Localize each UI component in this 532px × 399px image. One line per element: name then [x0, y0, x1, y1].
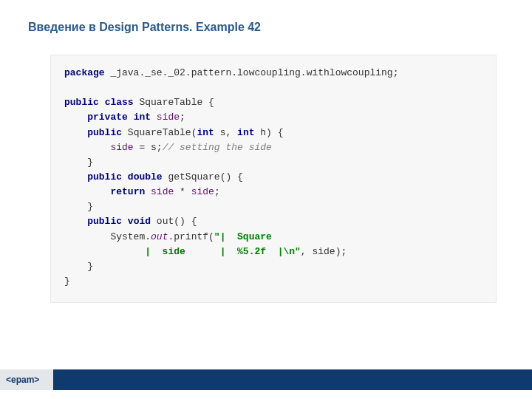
assign-rest: = s; [134, 142, 163, 153]
kw-package: package [64, 67, 105, 78]
kw-public3: public [87, 171, 122, 183]
package-path: _java._se._02.pattern.lowcoupling.withlo… [105, 67, 399, 78]
close-getsq: } [64, 201, 93, 212]
str-line2: | side | %5.2f |\n" [64, 246, 301, 257]
footer-bar: <epam> [0, 369, 532, 390]
semi1: ; [180, 112, 185, 123]
semi2: ; [214, 186, 220, 197]
kw-double: double [128, 171, 163, 183]
sys-prefix: System. [64, 231, 151, 242]
param-h: h) { [254, 127, 283, 138]
kw-public4: public [87, 216, 122, 227]
ctor-name: SquareTable( [122, 127, 197, 138]
param-s: s, [214, 127, 237, 138]
after-str: , side); [301, 246, 347, 257]
code-block: package _java._se._02.pattern.lowcouplin… [50, 55, 497, 303]
footer-stripe [53, 369, 532, 390]
kw-public2: public [87, 127, 122, 138]
field-side: side [157, 112, 180, 123]
epam-logo-icon: <epam> [6, 375, 49, 385]
ret-mid: * [174, 186, 191, 197]
kw-public: public [64, 97, 99, 108]
slide-title: Введение в Design Patterns. Example 42 [0, 0, 532, 34]
kw-return: return [110, 186, 145, 197]
str-line1: "| Square [214, 231, 341, 242]
assign-lhs: side [110, 142, 133, 153]
kw-void: void [128, 216, 151, 227]
method-out: out() { [151, 216, 197, 227]
kw-int3: int [237, 127, 254, 138]
kw-int2: int [197, 127, 214, 138]
out-static: out [151, 231, 168, 242]
close-out: } [64, 261, 93, 272]
kw-private: private [87, 112, 128, 123]
ret-side2: side [191, 186, 214, 197]
printf-call: .printf( [168, 231, 214, 242]
close-class: } [64, 276, 70, 287]
comment-side: // setting the side [163, 142, 272, 153]
close-ctor: } [64, 157, 93, 168]
logo-box: <epam> [0, 369, 53, 390]
kw-int: int [134, 112, 151, 123]
ret-sp [145, 186, 151, 197]
method-getSquare: getSquare() { [163, 171, 243, 183]
class-name: SquareTable { [134, 97, 214, 108]
kw-class: class [105, 97, 134, 108]
logo-text: <epam> [6, 375, 39, 385]
ret-side1: side [151, 186, 174, 197]
